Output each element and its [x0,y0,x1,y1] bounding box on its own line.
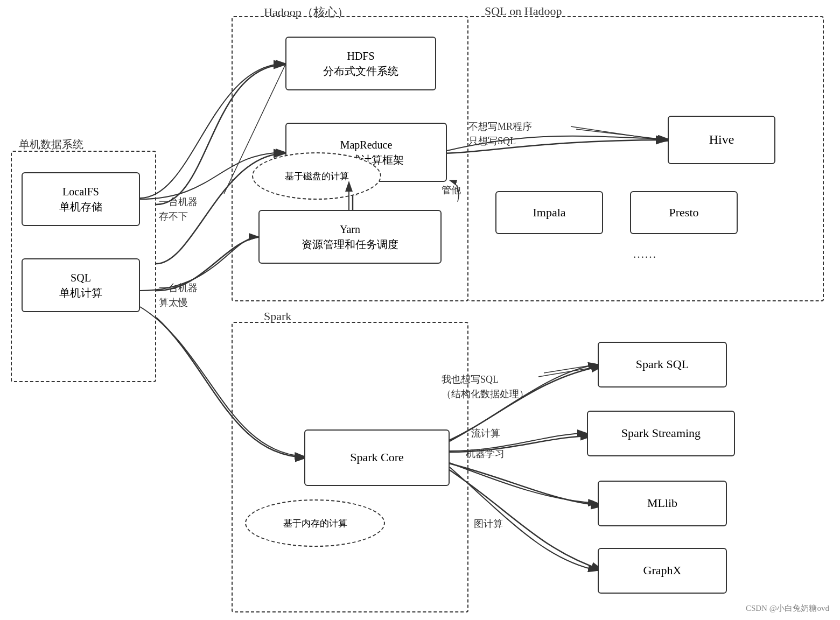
sql-standalone-node: SQL 单机计算 [22,258,140,312]
annotation-ml: 机器学习 [466,447,505,461]
localfs-node: LocalFS 单机存储 [22,172,140,226]
annotation-stream: 流计算 [471,426,500,441]
spark-streaming-node: Spark Streaming [587,411,735,456]
annotation-sql-want: 我也想写SQL （结构化数据处理） [442,358,529,401]
annotation-no-mr: 不想写MR程序 只想写SQL [468,105,532,149]
impala-node: Impala [495,191,603,234]
disk-compute-oval: 基于磁盘的计算 [252,152,381,200]
memory-compute-oval: 基于内存的计算 [245,499,385,547]
presto-node: Presto [630,191,738,234]
annotation-graph: 图计算 [474,517,503,531]
annotation-slow: 一台机器 算太慢 [159,266,198,310]
hdfs-node: HDFS 分布式文件系统 [285,37,436,90]
hadoop-core-label: Hadoop（核心） [264,4,349,20]
graphx-node: GraphX [598,548,727,594]
sql-on-hadoop-label: SQL on Hadoop [485,4,562,18]
spark-label: Spark [264,309,291,323]
annotation-storage: 一台机器 存不下 [159,180,198,224]
watermark: CSDN @小白兔奶糖ovd [746,603,829,614]
hive-node: Hive [668,116,775,164]
yarn-node: Yarn 资源管理和任务调度 [258,210,442,264]
standalone-label: 单机数据系统 [19,137,83,152]
diagram-container: 单机数据系统 Hadoop（核心） SQL on Hadoop Spark Lo… [0,0,840,620]
annotation-ellipsis: …… [633,245,656,263]
spark-sql-node: Spark SQL [598,342,727,388]
annotation-guan-ta: 管他 [442,183,461,198]
mllib-node: MLlib [598,481,727,526]
spark-core-node: Spark Core [304,429,450,486]
